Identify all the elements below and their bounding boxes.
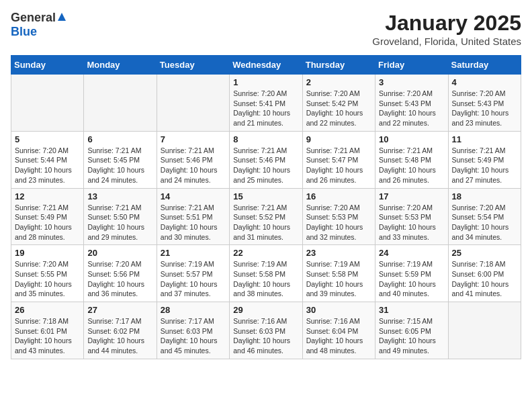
calendar-cell: 1Sunrise: 7:20 AMSunset: 5:41 PMDaylight… <box>230 75 302 132</box>
page-header: General Blue January 2025 Groveland, Flo… <box>11 11 521 47</box>
day-number: 29 <box>233 305 298 315</box>
day-number: 24 <box>379 248 444 258</box>
day-number: 30 <box>306 305 371 315</box>
calendar-cell: 24Sunrise: 7:19 AMSunset: 5:59 PMDayligh… <box>375 245 448 302</box>
calendar-cell: 7Sunrise: 7:21 AMSunset: 5:46 PMDaylight… <box>157 131 229 188</box>
calendar-cell: 23Sunrise: 7:19 AMSunset: 5:58 PMDayligh… <box>302 245 375 302</box>
day-info: Sunrise: 7:21 AMSunset: 5:48 PMDaylight:… <box>379 146 444 185</box>
weekday-header: Wednesday <box>230 56 302 75</box>
day-number: 27 <box>87 305 152 315</box>
day-info: Sunrise: 7:16 AMSunset: 6:04 PMDaylight:… <box>306 316 371 356</box>
day-info: Sunrise: 7:20 AMSunset: 5:53 PMDaylight:… <box>306 203 371 242</box>
day-number: 12 <box>15 191 80 201</box>
calendar-cell <box>157 75 229 132</box>
day-number: 6 <box>87 134 152 144</box>
day-number: 2 <box>306 77 371 87</box>
calendar-cell: 31Sunrise: 7:15 AMSunset: 6:05 PMDayligh… <box>375 302 448 359</box>
logo-general: General <box>11 11 56 25</box>
calendar-week-row: 12Sunrise: 7:21 AMSunset: 5:49 PMDayligh… <box>11 188 521 245</box>
day-info: Sunrise: 7:17 AMSunset: 6:02 PMDaylight:… <box>87 316 152 356</box>
calendar-cell: 21Sunrise: 7:19 AMSunset: 5:57 PMDayligh… <box>157 245 229 302</box>
calendar-cell: 6Sunrise: 7:21 AMSunset: 5:45 PMDaylight… <box>84 131 157 188</box>
day-number: 17 <box>379 191 444 201</box>
weekday-header: Friday <box>375 56 448 75</box>
calendar-cell: 12Sunrise: 7:21 AMSunset: 5:49 PMDayligh… <box>11 188 84 245</box>
day-info: Sunrise: 7:20 AMSunset: 5:55 PMDaylight:… <box>15 259 80 299</box>
day-number: 22 <box>233 248 298 258</box>
day-info: Sunrise: 7:16 AMSunset: 6:03 PMDaylight:… <box>233 316 298 356</box>
weekday-header-row: SundayMondayTuesdayWednesdayThursdayFrid… <box>11 56 521 75</box>
day-number: 18 <box>452 191 517 201</box>
location: Groveland, Florida, United States <box>372 36 521 47</box>
calendar-cell: 19Sunrise: 7:20 AMSunset: 5:55 PMDayligh… <box>11 245 84 302</box>
day-number: 19 <box>15 248 80 258</box>
day-info: Sunrise: 7:18 AMSunset: 6:01 PMDaylight:… <box>15 316 80 356</box>
day-number: 28 <box>161 305 226 315</box>
svg-marker-0 <box>58 13 66 21</box>
day-info: Sunrise: 7:20 AMSunset: 5:44 PMDaylight:… <box>15 146 80 185</box>
calendar-week-row: 5Sunrise: 7:20 AMSunset: 5:44 PMDaylight… <box>11 131 521 188</box>
calendar-cell: 20Sunrise: 7:20 AMSunset: 5:56 PMDayligh… <box>84 245 157 302</box>
day-number: 21 <box>161 248 226 258</box>
day-info: Sunrise: 7:20 AMSunset: 5:41 PMDaylight:… <box>233 89 298 128</box>
day-number: 26 <box>15 305 80 315</box>
day-info: Sunrise: 7:20 AMSunset: 5:56 PMDaylight:… <box>87 259 152 299</box>
day-info: Sunrise: 7:18 AMSunset: 6:00 PMDaylight:… <box>452 259 517 299</box>
day-number: 16 <box>306 191 371 201</box>
day-number: 25 <box>452 248 517 258</box>
day-info: Sunrise: 7:19 AMSunset: 5:59 PMDaylight:… <box>379 259 444 299</box>
calendar-cell: 4Sunrise: 7:20 AMSunset: 5:43 PMDaylight… <box>448 75 521 132</box>
day-info: Sunrise: 7:20 AMSunset: 5:43 PMDaylight:… <box>379 89 444 128</box>
day-number: 4 <box>452 77 517 87</box>
day-number: 15 <box>233 191 298 201</box>
calendar-cell: 30Sunrise: 7:16 AMSunset: 6:04 PMDayligh… <box>302 302 375 359</box>
day-number: 1 <box>233 77 298 87</box>
day-info: Sunrise: 7:21 AMSunset: 5:49 PMDaylight:… <box>15 203 80 242</box>
month-title: January 2025 <box>372 11 521 36</box>
calendar-cell: 13Sunrise: 7:21 AMSunset: 5:50 PMDayligh… <box>84 188 157 245</box>
calendar-cell: 28Sunrise: 7:17 AMSunset: 6:03 PMDayligh… <box>157 302 229 359</box>
day-info: Sunrise: 7:21 AMSunset: 5:45 PMDaylight:… <box>87 146 152 185</box>
day-info: Sunrise: 7:21 AMSunset: 5:52 PMDaylight:… <box>233 203 298 242</box>
day-info: Sunrise: 7:19 AMSunset: 5:57 PMDaylight:… <box>161 259 226 299</box>
weekday-header: Sunday <box>11 56 84 75</box>
day-number: 20 <box>87 248 152 258</box>
logo-blue: Blue <box>11 25 37 38</box>
calendar-cell: 11Sunrise: 7:21 AMSunset: 5:49 PMDayligh… <box>448 131 521 188</box>
title-area: January 2025 Groveland, Florida, United … <box>372 11 521 47</box>
day-number: 3 <box>379 77 444 87</box>
day-info: Sunrise: 7:20 AMSunset: 5:53 PMDaylight:… <box>379 203 444 242</box>
calendar-cell: 29Sunrise: 7:16 AMSunset: 6:03 PMDayligh… <box>230 302 302 359</box>
day-number: 14 <box>161 191 226 201</box>
calendar-cell: 17Sunrise: 7:20 AMSunset: 5:53 PMDayligh… <box>375 188 448 245</box>
calendar-cell <box>84 75 157 132</box>
day-info: Sunrise: 7:20 AMSunset: 5:54 PMDaylight:… <box>452 203 517 242</box>
day-info: Sunrise: 7:19 AMSunset: 5:58 PMDaylight:… <box>233 259 298 299</box>
day-info: Sunrise: 7:21 AMSunset: 5:46 PMDaylight:… <box>161 146 226 185</box>
weekday-header: Tuesday <box>157 56 229 75</box>
calendar-cell: 8Sunrise: 7:21 AMSunset: 5:46 PMDaylight… <box>230 131 302 188</box>
calendar-cell: 26Sunrise: 7:18 AMSunset: 6:01 PMDayligh… <box>11 302 84 359</box>
calendar-cell: 10Sunrise: 7:21 AMSunset: 5:48 PMDayligh… <box>375 131 448 188</box>
calendar-cell: 2Sunrise: 7:20 AMSunset: 5:42 PMDaylight… <box>302 75 375 132</box>
calendar-cell: 14Sunrise: 7:21 AMSunset: 5:51 PMDayligh… <box>157 188 229 245</box>
day-number: 7 <box>161 134 226 144</box>
calendar-cell: 25Sunrise: 7:18 AMSunset: 6:00 PMDayligh… <box>448 245 521 302</box>
day-number: 9 <box>306 134 371 144</box>
weekday-header: Thursday <box>302 56 375 75</box>
calendar-cell: 9Sunrise: 7:21 AMSunset: 5:47 PMDaylight… <box>302 131 375 188</box>
calendar-week-row: 26Sunrise: 7:18 AMSunset: 6:01 PMDayligh… <box>11 302 521 359</box>
day-number: 31 <box>379 305 444 315</box>
day-info: Sunrise: 7:21 AMSunset: 5:46 PMDaylight:… <box>233 146 298 185</box>
calendar-cell: 5Sunrise: 7:20 AMSunset: 5:44 PMDaylight… <box>11 131 84 188</box>
day-number: 8 <box>233 134 298 144</box>
calendar: SundayMondayTuesdayWednesdayThursdayFrid… <box>11 55 521 359</box>
day-info: Sunrise: 7:19 AMSunset: 5:58 PMDaylight:… <box>306 259 371 299</box>
day-info: Sunrise: 7:20 AMSunset: 5:43 PMDaylight:… <box>452 89 517 128</box>
calendar-cell: 22Sunrise: 7:19 AMSunset: 5:58 PMDayligh… <box>230 245 302 302</box>
day-info: Sunrise: 7:21 AMSunset: 5:51 PMDaylight:… <box>161 203 226 242</box>
day-info: Sunrise: 7:21 AMSunset: 5:50 PMDaylight:… <box>87 203 152 242</box>
day-number: 13 <box>87 191 152 201</box>
calendar-week-row: 1Sunrise: 7:20 AMSunset: 5:41 PMDaylight… <box>11 75 521 132</box>
calendar-cell: 15Sunrise: 7:21 AMSunset: 5:52 PMDayligh… <box>230 188 302 245</box>
